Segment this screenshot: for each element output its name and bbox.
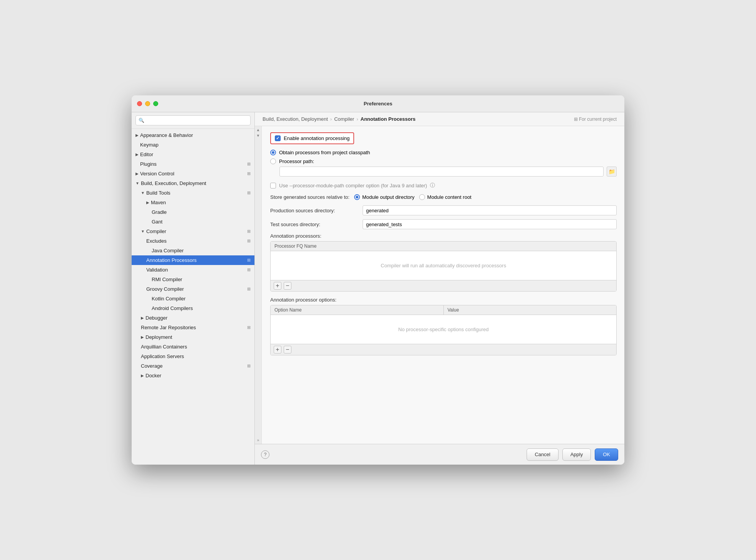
breadcrumb-part-1: Build, Execution, Deployment — [263, 116, 328, 122]
module-output-radio[interactable] — [354, 194, 360, 200]
breadcrumb-separator-1: › — [330, 116, 332, 122]
sidebar-item-build-tools[interactable]: ▼ Build Tools ⊞ — [132, 188, 254, 198]
module-output-label: Module output directory — [362, 194, 415, 200]
copy-icon: ⊞ — [247, 287, 251, 292]
copy-icon: ⊞ — [247, 238, 251, 243]
annotation-options-label: Annotation processor options: — [270, 297, 617, 303]
sidebar-item-deployment[interactable]: ▶ Deployment — [132, 332, 254, 342]
processor-module-label: Use --processor-module-path compiler opt… — [279, 183, 427, 188]
add-option-button[interactable]: + — [274, 346, 281, 353]
help-button[interactable]: ? — [261, 450, 269, 459]
processor-path-radio[interactable] — [270, 158, 276, 164]
sidebar-item-version-control[interactable]: ▶ Version Control ⊞ — [132, 169, 254, 178]
value-header: Value — [444, 305, 617, 315]
test-dir-input[interactable] — [363, 219, 617, 229]
sidebar-item-build-execution[interactable]: ▼ Build, Execution, Deployment — [132, 178, 254, 188]
scroll-up-arrow[interactable]: ▲ — [256, 128, 260, 132]
sidebar-item-maven[interactable]: ▶ Maven — [132, 198, 254, 207]
processor-path-input[interactable] — [279, 167, 604, 177]
sidebar-item-editor[interactable]: ▶ Editor — [132, 150, 254, 159]
module-content-label: Module content root — [427, 194, 472, 200]
sidebar-item-keymap[interactable]: Keymap — [132, 140, 254, 150]
sidebar-item-appearance-behavior[interactable]: ▶ Appearance & Behavior — [132, 130, 254, 140]
annotation-table-toolbar: + − — [271, 280, 616, 291]
sidebar-item-debugger[interactable]: ▶ Debugger — [132, 313, 254, 323]
folder-button[interactable]: 📁 — [607, 167, 617, 177]
breadcrumb-bar: Build, Execution, Deployment › Compiler … — [255, 112, 624, 126]
sidebar-label: Keymap — [140, 142, 159, 148]
for-current-project: ⊞ For current project — [574, 117, 617, 122]
window-title: Preferences — [364, 101, 392, 107]
arrow-icon: ▶ — [135, 152, 139, 157]
search-box: 🔍 — [132, 112, 254, 129]
production-dir-input[interactable] — [363, 205, 617, 215]
sidebar-list: ▶ Appearance & Behavior Keymap ▶ Editor … — [132, 129, 254, 465]
remove-annotation-button[interactable]: − — [284, 282, 291, 290]
sidebar-item-validation[interactable]: Validation ⊞ — [132, 265, 254, 275]
enable-annotation-checkbox[interactable] — [275, 135, 281, 141]
panel-inner: Enable annotation processing Obtain proc… — [270, 132, 617, 355]
sidebar-item-java-compiler[interactable]: Java Compiler — [132, 246, 254, 255]
sidebar-item-arquillian[interactable]: Arquillian Containers — [132, 342, 254, 352]
add-annotation-button[interactable]: + — [274, 282, 281, 290]
folder-icon: 📁 — [609, 168, 615, 175]
sidebar-item-rmi-compiler[interactable]: RMI Compiler — [132, 275, 254, 284]
sidebar-item-remote-jar[interactable]: Remote Jar Repositories ⊞ — [132, 323, 254, 332]
apply-button[interactable]: Apply — [562, 448, 591, 461]
cancel-button[interactable]: Cancel — [527, 448, 558, 461]
sidebar-label: Gradle — [152, 209, 167, 215]
sidebar-label: Java Compiler — [152, 248, 184, 253]
module-content-radio[interactable] — [419, 194, 425, 200]
ok-button[interactable]: OK — [595, 448, 618, 461]
options-table-header: Option Name Value — [271, 305, 616, 315]
sidebar-label: Plugins — [140, 161, 157, 167]
options-table-toolbar: + − — [271, 344, 616, 355]
sidebar-item-compiler[interactable]: ▼ Compiler ⊞ — [132, 227, 254, 236]
panel-body: ▲ ▼ » Enable annotation processing Obtai… — [255, 126, 624, 444]
close-button[interactable] — [137, 101, 142, 106]
breadcrumb-separator-2: › — [356, 116, 358, 122]
annotation-processors-table: Processor FQ Name Compiler will run all … — [270, 241, 617, 292]
arrow-icon: ▶ — [141, 373, 144, 378]
sidebar-item-application-servers[interactable]: Application Servers — [132, 352, 254, 361]
sidebar-item-groovy-compiler[interactable]: Groovy Compiler ⊞ — [132, 284, 254, 294]
minimize-button[interactable] — [145, 101, 150, 106]
no-options-msg: No processor-specific options configured — [271, 315, 616, 344]
arrow-icon: ▶ — [135, 133, 139, 137]
breadcrumb-part-2: Compiler — [334, 116, 354, 122]
remove-option-button[interactable]: − — [284, 346, 291, 353]
processor-path-row: Processor path: — [270, 158, 617, 164]
sidebar-label: Build Tools — [146, 190, 171, 196]
sidebar-item-excludes[interactable]: Excludes ⊞ — [132, 236, 254, 246]
processor-module-checkbox[interactable] — [270, 183, 276, 188]
sidebar-item-gradle[interactable]: Gradle — [132, 207, 254, 217]
search-input[interactable] — [135, 115, 251, 125]
sidebar-item-kotlin-compiler[interactable]: Kotlin Compiler — [132, 294, 254, 303]
sidebar-item-annotation-processors[interactable]: Annotation Processors ⊞ — [132, 255, 254, 265]
preferences-window: Preferences 🔍 ▶ Appearance & Behavior Ke… — [132, 95, 624, 465]
sidebar-label: Validation — [146, 267, 168, 273]
enable-annotation-label: Enable annotation processing — [284, 135, 350, 141]
sidebar-item-android-compilers[interactable]: Android Compilers — [132, 303, 254, 313]
arrow-icon: ▶ — [141, 316, 144, 320]
store-sources-row: Store generated sources relative to: Mod… — [270, 194, 617, 200]
module-output-option[interactable]: Module output directory — [354, 194, 415, 200]
sidebar-label: Excludes — [146, 238, 167, 244]
maximize-button[interactable] — [153, 101, 158, 106]
obtain-processors-radio[interactable] — [270, 150, 276, 155]
sidebar-item-coverage[interactable]: Coverage ⊞ — [132, 361, 254, 371]
scroll-down-arrow[interactable]: ▼ — [256, 133, 260, 138]
processor-module-row: Use --processor-module-path compiler opt… — [270, 182, 617, 189]
sidebar-item-gant[interactable]: Gant — [132, 217, 254, 227]
sidebar-item-plugins[interactable]: Plugins ⊞ — [132, 159, 254, 169]
copy-icon: ⊞ — [247, 267, 251, 272]
sidebar-item-docker[interactable]: ▶ Docker — [132, 371, 254, 380]
annotation-processors-label: Annotation processors: — [270, 233, 617, 239]
module-content-option[interactable]: Module content root — [419, 194, 472, 200]
sidebar-label: Groovy Compiler — [146, 286, 184, 292]
sidebar-label: Remote Jar Repositories — [141, 325, 196, 330]
breadcrumb-part-3: Annotation Processors — [361, 116, 416, 122]
sidebar-label: Build, Execution, Deployment — [141, 180, 206, 186]
expand-icon[interactable]: » — [257, 438, 259, 442]
arrow-icon: ▼ — [141, 229, 145, 233]
